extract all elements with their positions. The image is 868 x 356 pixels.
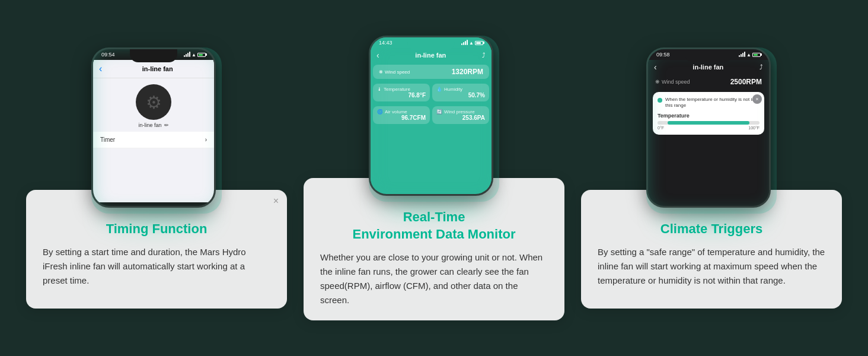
wifi-icon-3: ▲ xyxy=(746,52,751,58)
data-cards-row1: 🌡 Temperature 76.8°F 💧 Humidity 50.7% xyxy=(371,81,492,104)
header-title-1: in-line fan xyxy=(107,65,208,72)
climate-popup: × When the temperature or humidity is no… xyxy=(653,92,764,135)
fan-label: in-line fan ✏ xyxy=(138,122,168,128)
screen-realtime: ‹ in-line fan ⤴ ❋ Wind speed 1320RPM xyxy=(371,48,492,190)
header-title-3: in-line fan xyxy=(660,63,756,71)
range-max: 100°F xyxy=(748,126,760,130)
wind-speed-label-3: ❋ Wind speed xyxy=(655,79,690,85)
wifi-icon-2: ▲ xyxy=(469,40,474,46)
screen-timing: ‹ in-line fan in-line fan ✏ Timer › xyxy=(93,60,214,202)
temp-range-bar xyxy=(658,121,760,125)
data-cards-row2: 🌀 Air volume 96.7CFM 🔄 Wind pressure 253… xyxy=(371,104,492,126)
feature-desc-climate: By setting a "safe range" of temperature… xyxy=(598,245,825,288)
feature-climate: 09:58 ▲ xyxy=(579,47,844,309)
air-volume-label: 🌀 Air volume xyxy=(377,109,426,115)
thermometer-icon: 🌡 xyxy=(377,87,382,92)
back-arrow-1[interactable]: ‹ xyxy=(99,63,102,74)
wind-speed-value: 1320RPM xyxy=(452,68,483,76)
feature-desc-timing: By setting a start time and duration, th… xyxy=(43,245,270,288)
wind-speed-card: ❋ Wind speed 1320RPM xyxy=(373,65,489,79)
wind-pressure-label: 🔄 Wind pressure xyxy=(436,109,485,115)
share-icon-3[interactable]: ⤴ xyxy=(760,63,763,71)
edit-icon: ✏ xyxy=(164,122,169,128)
humidity-label: 💧 Humidity xyxy=(436,87,485,92)
range-min: 0°F xyxy=(658,126,664,130)
humidity-card: 💧 Humidity 50.7% xyxy=(432,84,489,101)
wind-pressure-value: 253.6PA xyxy=(436,115,485,121)
feature-realtime: 14:43 ▲ xyxy=(301,36,567,320)
popup-close-btn[interactable]: × xyxy=(752,94,762,104)
battery-icon-3 xyxy=(752,53,761,57)
temp-value: 76.8°F xyxy=(377,92,426,98)
battery-icon-2 xyxy=(475,41,483,45)
phone-realtime: 14:43 ▲ xyxy=(369,36,499,202)
wind-row-climate: ❋ Wind speed 2500RPM xyxy=(648,74,769,90)
back-arrow-3[interactable]: ‹ xyxy=(654,62,657,72)
back-arrow-2[interactable]: ‹ xyxy=(376,50,379,60)
wind-speed-value-3: 2500RPM xyxy=(730,78,762,86)
feature-desc-realtime: Whether you are close to your growing un… xyxy=(320,250,548,307)
wind-speed-label: ❋ Wind speed xyxy=(379,69,410,75)
screen1-header: ‹ in-line fan xyxy=(93,60,214,78)
wifi-icon-1: ▲ xyxy=(192,52,196,58)
phone-notch-3 xyxy=(685,49,732,62)
fan-image-area: in-line fan ✏ xyxy=(93,78,214,132)
wind-pressure-card: 🔄 Wind pressure 253.6PA xyxy=(432,106,489,124)
status-dot xyxy=(658,98,662,103)
screen-climate: ‹ in-line fan ⤴ ❋ Wind speed 2500RPM xyxy=(648,60,769,202)
fan-spin-icon: ❋ xyxy=(379,69,383,75)
close-button-1[interactable]: × xyxy=(273,196,279,206)
phone-climate: 09:58 ▲ xyxy=(646,47,777,214)
temp-card: 🌡 Temperature 76.8°F xyxy=(373,84,430,101)
fan-icon-3: ❋ xyxy=(655,79,660,85)
air-volume-card: 🌀 Air volume 96.7CFM xyxy=(373,106,430,124)
phone-timing: 09:54 ▲ xyxy=(91,47,222,214)
popup-temp-label: Temperature xyxy=(658,113,760,119)
main-container: 09:54 ▲ xyxy=(0,0,868,356)
phone-notch-2 xyxy=(407,37,455,50)
battery-icon-1 xyxy=(197,53,206,57)
share-icon-2[interactable]: ⤴ xyxy=(482,52,486,59)
humidity-icon: 💧 xyxy=(436,87,442,92)
range-labels: 0°F 100°F xyxy=(658,126,760,130)
popup-indicator: When the temperature or humidity is not … xyxy=(658,97,760,109)
temp-label: 🌡 Temperature xyxy=(377,87,426,92)
feature-title-realtime: Real-Time Environment Data Monitor xyxy=(320,209,548,243)
timer-menu-item[interactable]: Timer › xyxy=(93,132,214,148)
time-1: 09:54 xyxy=(101,52,115,58)
pressure-icon: 🔄 xyxy=(436,109,442,115)
air-icon: 🌀 xyxy=(377,109,383,115)
range-fill xyxy=(668,121,749,125)
air-volume-value: 96.7CFM xyxy=(377,115,426,121)
header-title-2: in-line fan xyxy=(383,52,478,59)
phone-notch-1 xyxy=(130,49,177,62)
feature-timing: 09:54 ▲ xyxy=(24,47,289,309)
time-2: 14:43 xyxy=(379,40,392,46)
time-3: 09:58 xyxy=(656,52,670,58)
popup-condition-text: When the temperature or humidity is not … xyxy=(665,97,760,109)
fan-icon xyxy=(136,84,171,120)
chevron-right-icon: › xyxy=(205,136,207,143)
humidity-value: 50.7% xyxy=(436,92,485,98)
